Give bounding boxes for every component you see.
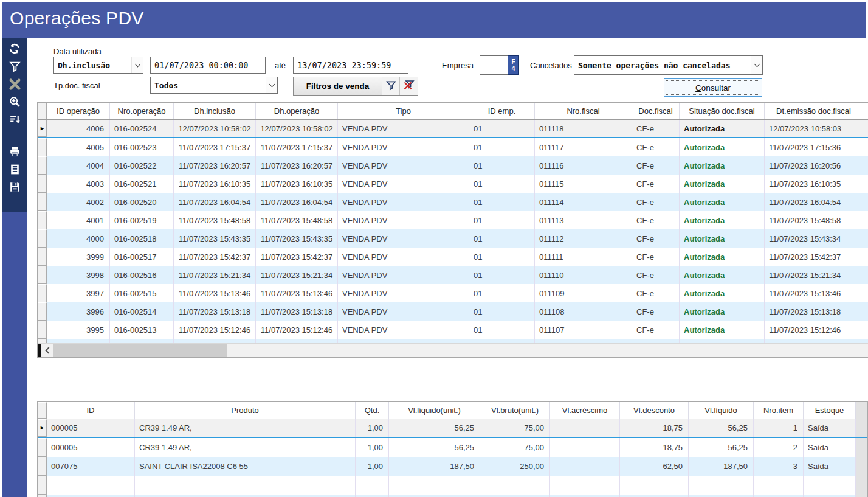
report-button[interactable] [6, 161, 23, 179]
table-row[interactable]: ►000005CR39 1.49 AR,1,0056,2575,0018,755… [38, 419, 867, 438]
table-row[interactable]: 3999016-00251711/07/2023 15:42:3711/07/2… [38, 248, 868, 266]
consultar-button[interactable]: Consultar [664, 78, 762, 97]
cell: 11/07/2023 16:20:57 [174, 156, 256, 175]
column-header[interactable] [863, 103, 868, 119]
clear-sale-filter-button[interactable] [400, 77, 418, 95]
cell [135, 476, 356, 495]
column-header[interactable]: Qtd. [356, 402, 389, 419]
print-button[interactable] [6, 144, 23, 161]
cell [620, 476, 689, 495]
row-selector[interactable] [38, 229, 47, 248]
row-selector[interactable] [38, 321, 47, 339]
cell: 56,25 [389, 438, 480, 457]
empresa-input[interactable] [480, 55, 508, 75]
table-row[interactable]: 4001016-00251911/07/2023 15:48:5811/07/2… [38, 211, 868, 229]
clear-filter-funnel-x-icon [403, 79, 415, 93]
cell: 016-002513 [110, 321, 174, 339]
table-row[interactable]: 3995016-00251311/07/2023 15:12:4611/07/2… [38, 321, 868, 339]
tp-doc-fiscal-select[interactable]: Todos [150, 77, 278, 94]
row-selector[interactable] [38, 266, 47, 284]
cancelados-select[interactable]: Somente operações não canceladas [574, 55, 763, 75]
column-header[interactable]: Nro.operação [110, 103, 174, 119]
row-selector[interactable] [38, 211, 47, 229]
column-header[interactable]: Nro.fiscal [535, 103, 632, 119]
column-header[interactable]: Vl.líquido [689, 402, 754, 419]
row-selector[interactable] [38, 138, 47, 156]
column-header[interactable]: Produto [135, 402, 356, 419]
chevron-down-icon[interactable] [266, 77, 277, 93]
cell: 011113 [535, 211, 632, 229]
horizontal-scrollbar[interactable] [38, 343, 868, 357]
date-from-input[interactable] [150, 57, 266, 74]
cell [620, 495, 689, 497]
row-selector[interactable] [38, 476, 47, 495]
column-header[interactable]: ID [47, 402, 135, 419]
scrollbar-thumb[interactable] [53, 344, 227, 357]
column-header[interactable]: Doc.fiscal [632, 103, 680, 119]
cell: 11/07/2023 16:04:54 [256, 193, 338, 211]
filter-button[interactable] [6, 58, 23, 76]
row-selector[interactable]: ► [38, 419, 47, 437]
empresa-f4-lookup-button[interactable]: F 4 [508, 55, 519, 75]
table-row[interactable]: 4005016-00252311/07/2023 17:15:3711/07/2… [38, 138, 868, 156]
column-header[interactable]: Vl.acréscimo [550, 402, 620, 419]
column-header[interactable]: Vl.desconto [620, 402, 689, 419]
sync-button[interactable] [6, 41, 23, 58]
column-header[interactable]: Estoque [804, 402, 856, 419]
row-selector[interactable] [38, 495, 47, 497]
table-row[interactable]: 3997016-00251511/07/2023 15:13:4611/07/2… [38, 284, 868, 302]
cell: 4002 [47, 193, 110, 211]
column-header[interactable]: Dt.emissão doc.fiscal [765, 103, 863, 119]
row-selector[interactable]: ► [38, 120, 47, 137]
column-header[interactable]: Situação doc.fiscal [680, 103, 765, 119]
column-header[interactable]: Tipo [338, 103, 469, 119]
zoom-button[interactable] [6, 94, 23, 111]
cell: 011109 [535, 284, 632, 302]
column-header[interactable]: Vl.bruto(unit.) [480, 402, 550, 419]
table-row[interactable]: 4004016-00252211/07/2023 16:20:5711/07/2… [38, 156, 868, 175]
row-selector[interactable] [38, 402, 47, 419]
table-row[interactable]: 3996016-00251411/07/2023 15:13:1811/07/2… [38, 302, 868, 321]
table-row[interactable]: 4003016-00252111/07/2023 16:10:3511/07/2… [38, 175, 868, 193]
row-selector[interactable] [38, 103, 47, 119]
filtros-de-venda-button[interactable]: Filtros de venda [294, 77, 382, 95]
empty-table-row[interactable] [38, 476, 867, 495]
row-selector[interactable] [38, 156, 47, 175]
column-header[interactable]: ID emp. [469, 103, 535, 119]
table-row[interactable]: 4000016-00251811/07/2023 15:43:3511/07/2… [38, 229, 868, 248]
row-selector[interactable] [38, 284, 47, 302]
current-row-marker: ► [38, 120, 46, 136]
sort-button[interactable] [6, 111, 23, 129]
date-to-input[interactable] [293, 57, 408, 74]
cell: 250,00 [480, 457, 550, 476]
cell: CF-e [632, 120, 680, 137]
row-selector[interactable] [38, 438, 47, 457]
sale-filter-button[interactable] [382, 77, 400, 95]
column-header[interactable]: Dh.operação [256, 103, 338, 119]
column-header[interactable]: Vl.líquido(unit.) [389, 402, 480, 419]
clear-filter-button[interactable] [6, 76, 23, 94]
cell: 000005 [47, 438, 135, 457]
row-selector[interactable] [38, 248, 47, 266]
table-row[interactable]: ►4006016-00252412/07/2023 10:58:0212/07/… [38, 120, 868, 138]
cell: 11/07/2023 17:15:36 [765, 138, 863, 156]
chevron-down-icon[interactable] [131, 57, 143, 73]
table-row[interactable]: 4002016-00252011/07/2023 16:04:5411/07/2… [38, 193, 868, 211]
data-utilizada-select[interactable]: Dh.inclusão [53, 57, 143, 74]
row-selector[interactable] [38, 193, 47, 211]
column-header[interactable]: Dh.inclusão [174, 103, 256, 119]
save-button[interactable] [6, 179, 23, 196]
column-header[interactable]: Nro.item [754, 402, 804, 419]
row-selector[interactable] [38, 302, 47, 321]
row-selector[interactable] [38, 175, 47, 193]
chevron-down-icon[interactable] [751, 56, 762, 74]
cell: 11/07/2023 15:48:58 [256, 211, 338, 229]
table-row[interactable]: 3998016-00251611/07/2023 15:21:3411/07/2… [38, 266, 868, 284]
scroll-left-button[interactable] [41, 344, 53, 357]
table-row[interactable]: 000005CR39 1.49 AR,1,0056,2575,0018,7556… [38, 438, 867, 457]
row-selector[interactable] [38, 457, 47, 476]
table-row[interactable]: 007075SAINT CLAIR ISA22008 C6 551,00187,… [38, 457, 867, 476]
empty-table-row[interactable] [38, 495, 867, 497]
cell [47, 495, 135, 497]
column-header[interactable]: ID operação [47, 103, 110, 119]
